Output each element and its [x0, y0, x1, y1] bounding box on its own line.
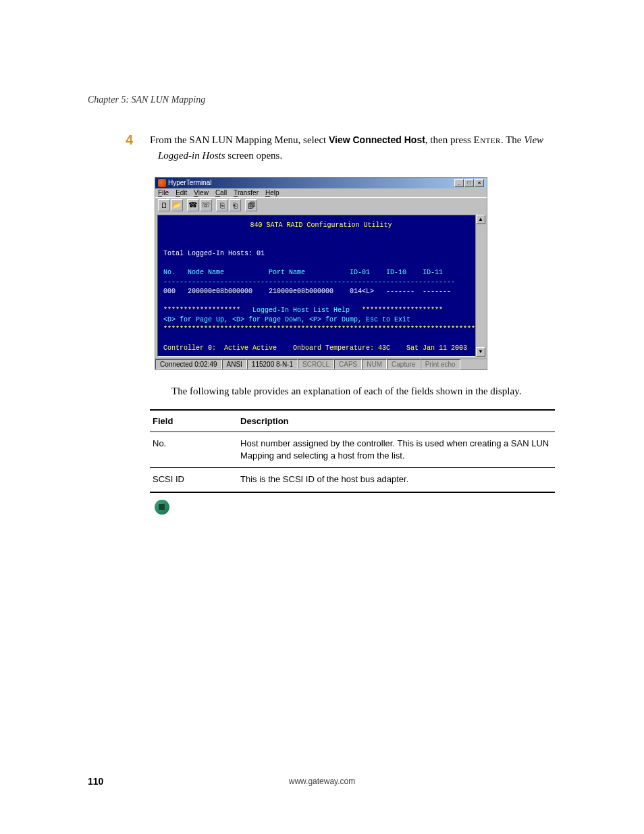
status-scroll: SCROLL	[298, 359, 334, 369]
hyperterminal-window: HyperTerminal _ □ × File Edit View Call …	[155, 177, 487, 370]
table-row: SCSI ID This is the SCSI ID of the host …	[150, 468, 555, 492]
field-description-table: Field Description No. Host number assign…	[150, 409, 555, 493]
menu-file[interactable]: File	[158, 189, 169, 197]
cell-desc-no: Host number assigned by the controller. …	[238, 432, 555, 468]
enter-key-label: Enter	[474, 134, 501, 145]
window-titlebar: HyperTerminal _ □ ×	[155, 178, 487, 188]
window-controls[interactable]: _ □ ×	[454, 179, 484, 187]
term-long-stars: ****************************************…	[163, 325, 485, 333]
term-total-hosts: Total Logged-In Hosts: 01	[163, 250, 265, 257]
menu-edit[interactable]: Edit	[176, 189, 187, 197]
step-block: 4 From the SAN LUN Mapping Menu, select …	[142, 132, 556, 163]
toolbar-send-icon[interactable]: ⎘	[216, 199, 228, 211]
term-dash-row: ----------------------------------------…	[163, 278, 455, 286]
term-help-stars-l: *******************	[163, 307, 240, 314]
toolbar-disconnect-icon[interactable]: ☏	[200, 199, 212, 211]
menu-view[interactable]: View	[194, 189, 209, 197]
table-header-description: Description	[238, 410, 555, 432]
vertical-scrollbar[interactable]: ▲ ▼	[475, 215, 485, 357]
app-icon	[158, 179, 166, 187]
status-num: NUM	[362, 359, 387, 369]
toolbar-receive-icon[interactable]: ⎗	[229, 199, 241, 211]
toolbar-properties-icon[interactable]: 🗐	[245, 199, 257, 211]
status-caps: CAPS	[334, 359, 362, 369]
toolbar-open-icon[interactable]: 📂	[171, 199, 183, 211]
minimize-button[interactable]: _	[454, 179, 464, 187]
term-help-stars-r: ********************	[362, 307, 443, 314]
maximize-button[interactable]: □	[464, 179, 474, 187]
term-status-line: Controller 0: Active Active Onboard Temp…	[163, 344, 485, 352]
page-number: 110	[88, 776, 103, 787]
section-end-icon	[155, 500, 169, 515]
close-button[interactable]: ×	[475, 179, 484, 187]
menu-help[interactable]: Help	[265, 189, 279, 197]
status-emulation: ANSI	[222, 359, 247, 369]
window-title: HyperTerminal	[168, 179, 211, 186]
status-bar: Connected 0:02:49 ANSI 115200 8-N-1 SCRO…	[155, 359, 487, 369]
page-footer: 110 www.gateway.com	[88, 776, 556, 787]
cell-field-no: No.	[150, 432, 238, 468]
chapter-header: Chapter 5: SAN LUN Mapping	[88, 95, 556, 105]
toolbar[interactable]: 🗋 📂 ☎ ☏ ⎘ ⎗ 🗐	[155, 197, 487, 213]
table-header-field: Field	[150, 410, 238, 432]
table-row: No. Host number assigned by the controll…	[150, 432, 555, 468]
step-text: From the SAN LUN Mapping Menu, select Vi…	[150, 134, 543, 161]
cell-field-scsi-id: SCSI ID	[150, 468, 238, 492]
toolbar-connect-icon[interactable]: ☎	[187, 199, 199, 211]
menu-transfer[interactable]: Transfer	[234, 189, 259, 197]
view-connected-host-label: View Connected Host	[329, 134, 425, 145]
menu-call[interactable]: Call	[215, 189, 227, 197]
step-tail: screen opens.	[225, 150, 283, 161]
terminal-screen: 840 SATA RAID Configuration Utility Tota…	[157, 215, 485, 357]
status-baud: 115200 8-N-1	[247, 359, 298, 369]
step-suffix: . The	[501, 134, 524, 145]
term-help-title: Logged-In Host List Help	[240, 307, 362, 314]
scroll-down-icon[interactable]: ▼	[476, 347, 485, 357]
cell-desc-scsi-id: This is the SCSI ID of the host bus adap…	[238, 468, 555, 492]
scroll-up-icon[interactable]: ▲	[476, 215, 485, 224]
status-print-echo: Print echo	[421, 359, 460, 369]
footer-url: www.gateway.com	[289, 777, 355, 786]
step-mid: , then press	[425, 134, 474, 145]
menu-bar[interactable]: File Edit View Call Transfer Help	[155, 188, 487, 197]
term-header-row: No. Node Name Port Name ID-01 ID-10 ID-1…	[163, 269, 443, 276]
term-data-row-0: 000 200000e08b000000 210000e08b000000 01…	[163, 288, 451, 295]
followup-paragraph: The following table provides an explanat…	[171, 384, 549, 399]
toolbar-new-icon[interactable]: 🗋	[158, 199, 170, 211]
status-capture: Capture	[387, 359, 421, 369]
term-util-title: 840 SATA RAID Configuration Utility	[250, 221, 392, 229]
term-help-keys: <D> for Page Up, <D> for Page Down, <P> …	[163, 316, 410, 323]
status-connected: Connected 0:02:49	[155, 359, 222, 369]
step-prefix: From the SAN LUN Mapping Menu, select	[150, 134, 329, 145]
